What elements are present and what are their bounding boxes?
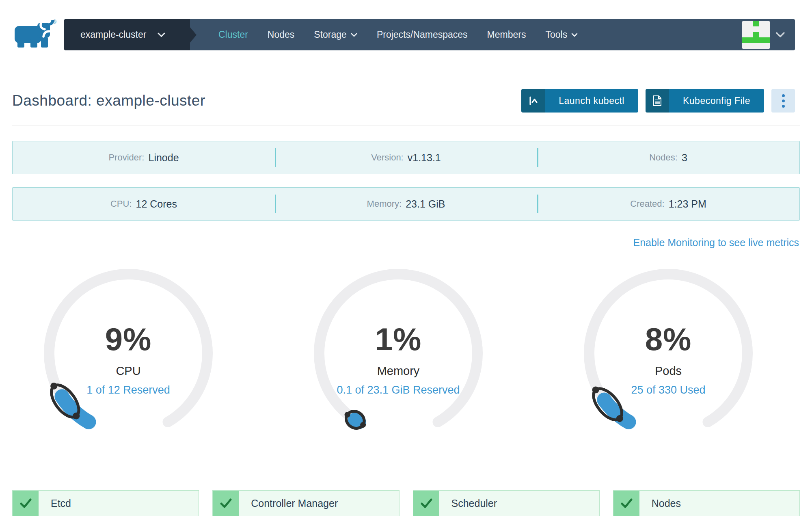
info-created: Created: 1:23 PM (537, 188, 799, 220)
launch-kubectl-label: Launch kubectl (545, 89, 638, 113)
header-actions: Launch kubectl Kubeconfig (521, 89, 795, 113)
app-header: ® example-cluster Cluster Nodes Storage (0, 0, 812, 50)
cpu-gauge: 9% CPU 1 of 12 Reserved (27, 261, 230, 454)
status-badge-controller-manager: Controller Manager (212, 490, 399, 516)
cluster-info-bar-2: CPU: 12 Cores Memory: 23.1 GiB Created: … (12, 187, 800, 221)
cpu-detail: 1 of 12 Reserved (27, 384, 230, 396)
vertical-ellipsis-icon (782, 94, 785, 97)
pods-detail: 25 of 330 Used (567, 384, 770, 396)
info-divider (275, 148, 276, 167)
chevron-down-icon (351, 33, 357, 37)
rancher-cluster-dashboard: ® example-cluster Cluster Nodes Storage (0, 0, 812, 526)
cluster-selector-dropdown[interactable]: example-cluster (64, 19, 190, 50)
checkmark-icon (13, 491, 39, 516)
title-row: Dashboard: example-cluster Launch kubect… (12, 89, 795, 113)
pods-gauge: 8% Pods 25 of 330 Used (567, 261, 770, 454)
info-divider (537, 195, 538, 213)
svg-text:®: ® (53, 19, 56, 25)
info-version: Version: v1.13.1 (275, 141, 537, 174)
checkmark-icon (413, 491, 439, 516)
nav-item-projects-namespaces[interactable]: Projects/Namespaces (367, 29, 477, 40)
launch-kubectl-button[interactable]: Launch kubectl (521, 89, 638, 113)
resource-gauges: 9% CPU 1 of 12 Reserved 1% Memory 0.1 of… (0, 261, 812, 454)
pods-label: Pods (567, 364, 770, 378)
info-nodes: Nodes: 3 (537, 141, 799, 174)
pods-percent: 8% (567, 321, 770, 358)
rancher-bull-logo-icon[interactable]: ® (12, 19, 58, 48)
info-cpu: CPU: 12 Cores (13, 188, 275, 220)
nav-item-cluster[interactable]: Cluster (209, 29, 258, 40)
chevron-down-icon (571, 33, 578, 37)
header-divider (12, 125, 800, 126)
memory-label: Memory (297, 364, 500, 378)
checkmark-icon (213, 491, 239, 516)
nav-item-members[interactable]: Members (477, 29, 536, 40)
pods-gauge-text: 8% Pods 25 of 330 Used (567, 321, 770, 396)
nav-item-nodes[interactable]: Nodes (258, 29, 304, 40)
memory-detail: 0.1 of 23.1 GiB Reserved (297, 384, 500, 396)
cpu-label: CPU (27, 364, 230, 378)
user-menu (742, 21, 795, 49)
chevron-down-icon (158, 32, 165, 37)
cluster-info-bar-1: Provider: Linode Version: v1.13.1 Nodes:… (12, 141, 800, 174)
memory-gauge: 1% Memory 0.1 of 23.1 GiB Reserved (297, 261, 500, 454)
nav-item-storage[interactable]: Storage (304, 29, 367, 40)
monitoring-link-row: Enable Monitoring to see live metrics (0, 237, 799, 249)
document-icon (646, 89, 669, 113)
cluster-selector-label: example-cluster (80, 29, 146, 40)
nav-item-tools[interactable]: Tools (536, 29, 587, 40)
more-actions-button[interactable] (771, 89, 795, 113)
status-badge-nodes: Nodes (613, 490, 800, 516)
user-avatar[interactable] (742, 21, 770, 49)
cpu-gauge-text: 9% CPU 1 of 12 Reserved (27, 321, 230, 396)
enable-monitoring-link[interactable]: Enable Monitoring to see live metrics (633, 237, 799, 248)
info-memory: Memory: 23.1 GiB (275, 188, 537, 220)
info-provider: Provider: Linode (13, 141, 275, 174)
info-divider (537, 148, 538, 167)
checkmark-icon (613, 491, 639, 516)
status-badge-etcd: Etcd (12, 490, 199, 516)
status-badge-scheduler: Scheduler (413, 490, 600, 516)
kubeconfig-file-label: Kubeconfig File (669, 89, 764, 113)
top-navbar: example-cluster Cluster Nodes Storage (64, 19, 795, 50)
cpu-percent: 9% (27, 321, 230, 358)
nav-items: Cluster Nodes Storage Projects/Namespace… (209, 29, 587, 40)
chevron-down-icon[interactable] (775, 32, 785, 38)
gauge-fill-arc (355, 420, 359, 422)
page-title: Dashboard: example-cluster (12, 92, 205, 109)
memory-gauge-text: 1% Memory 0.1 of 23.1 GiB Reserved (297, 321, 500, 396)
component-status-row: Etcd Controller Manager Scheduler Nodes (12, 490, 800, 516)
info-divider (275, 195, 276, 213)
terminal-prompt-icon (521, 89, 545, 113)
kubeconfig-file-button[interactable]: Kubeconfig File (646, 89, 764, 113)
memory-percent: 1% (297, 321, 500, 358)
